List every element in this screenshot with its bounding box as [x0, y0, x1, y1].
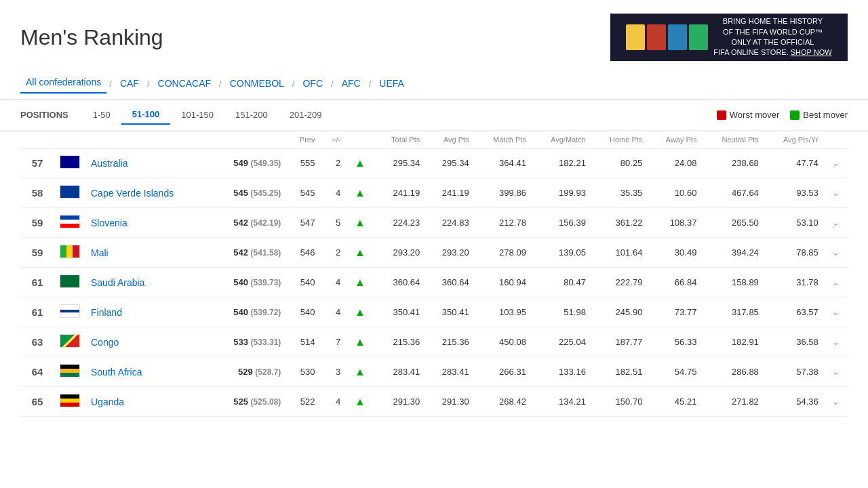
country-link[interactable]: Congo: [91, 337, 119, 348]
col2: 295.34: [425, 148, 474, 178]
col7: 271.82: [702, 387, 764, 417]
country-link[interactable]: Cape Verde Islands: [91, 188, 174, 199]
country-link[interactable]: Saudi Arabia: [91, 277, 144, 288]
prev-rank-cell: 522: [286, 387, 320, 417]
expand-button[interactable]: ⌄: [824, 178, 848, 208]
nav-concacaf[interactable]: CONCACAF: [153, 75, 217, 92]
col4: 199.93: [532, 178, 591, 208]
expand-button[interactable]: ⌄: [824, 357, 848, 387]
col3: 268.42: [475, 387, 532, 417]
col5: 245.90: [591, 298, 648, 327]
prev-rank-cell: 555: [286, 148, 320, 178]
flag-cell: [54, 327, 85, 357]
col5: 182.51: [591, 357, 648, 387]
flag-cell: [54, 208, 85, 238]
col8: 54.36: [764, 387, 824, 417]
flag-cell: [54, 387, 85, 417]
tab-151-200[interactable]: 151-200: [224, 105, 279, 125]
country-link[interactable]: South Africa: [91, 367, 142, 378]
col1: 215.36: [374, 327, 426, 357]
country-cell: Congo: [85, 327, 207, 357]
nav-afc[interactable]: AFC: [336, 75, 366, 92]
points-cell: 540 (539.72): [207, 298, 286, 327]
col6: 73.77: [648, 298, 702, 327]
fin-flag: [60, 304, 80, 318]
expand-button[interactable]: ⌄: [824, 208, 848, 238]
col3: 278.09: [475, 238, 532, 268]
country-link[interactable]: Mali: [91, 247, 108, 258]
col4: 134.21: [532, 387, 591, 417]
ad-icons: [626, 24, 708, 50]
country-link[interactable]: Australia: [91, 158, 127, 169]
tab-1-50[interactable]: 1-50: [82, 105, 121, 125]
col1: 224.23: [374, 208, 426, 238]
col1: 241.19: [374, 178, 426, 208]
country-cell: Australia: [85, 148, 207, 178]
col5: 101.64: [591, 238, 648, 268]
ad-banner[interactable]: BRING HOME THE HISTORYOF THE FIFA WORLD …: [610, 14, 848, 61]
movement-cell: 3: [320, 357, 346, 387]
col6: 30.49: [648, 238, 702, 268]
prev-rank-cell: 530: [286, 357, 320, 387]
separator: /: [328, 79, 336, 89]
col5: 150.70: [591, 387, 648, 417]
expand-button[interactable]: ⌄: [824, 387, 848, 417]
col8: 53.10: [764, 208, 824, 238]
arrow-cell: ▲: [346, 387, 374, 417]
tab-101-150[interactable]: 101-150: [170, 105, 224, 125]
country-link[interactable]: Slovenia: [91, 218, 127, 228]
nav-all-confederations[interactable]: All confederations: [20, 73, 106, 94]
expand-button[interactable]: ⌄: [824, 327, 848, 357]
mli-flag: [60, 245, 80, 258]
tab-51-100[interactable]: 51-100: [121, 105, 170, 125]
flag-cell: [54, 238, 85, 268]
col4: 225.04: [532, 327, 591, 357]
col4: 80.47: [532, 268, 591, 298]
cog-flag: [60, 334, 80, 348]
table-row: 63 Congo 533 (533.31) 514 7 ▲ 215.36 215…: [20, 327, 848, 357]
aus-flag: [60, 155, 80, 169]
col5: 35.35: [591, 178, 648, 208]
separator: /: [366, 79, 374, 89]
country-link[interactable]: Uganda: [91, 396, 124, 407]
rank-cell: 59: [20, 238, 54, 268]
worst-mover-label: Worst mover: [730, 110, 779, 120]
movement-cell: 5: [320, 208, 346, 238]
col8: 36.58: [764, 327, 824, 357]
expand-button[interactable]: ⌄: [824, 148, 848, 178]
points-cell: 540 (539.73): [207, 268, 286, 298]
col8: 57.38: [764, 357, 824, 387]
country-cell: Finland: [85, 298, 207, 327]
nav-ofc[interactable]: OFC: [297, 75, 328, 92]
col1: 283.41: [374, 357, 426, 387]
country-cell: Slovenia: [85, 208, 207, 238]
table-row: 57 Australia 549 (549.35) 555 2 ▲ 295.34…: [20, 148, 848, 178]
col4: 182.21: [532, 148, 591, 178]
col6: 66.84: [648, 268, 702, 298]
movement-cell: 4: [320, 268, 346, 298]
rank-cell: 65: [20, 387, 54, 417]
country-link[interactable]: Finland: [91, 307, 122, 318]
col2: 291.30: [425, 387, 474, 417]
points-cell: 542 (541.58): [207, 238, 286, 268]
rank-cell: 61: [20, 298, 54, 327]
col3: 160.94: [475, 268, 532, 298]
tab-201-209[interactable]: 201-209: [279, 105, 333, 125]
separator: /: [106, 79, 115, 89]
col7: 238.68: [702, 148, 764, 178]
expand-button[interactable]: ⌄: [824, 238, 848, 268]
best-mover-icon: [790, 110, 800, 120]
col7: 158.89: [702, 268, 764, 298]
movement-cell: 7: [320, 327, 346, 357]
ranking-table-container: Prev +/- Total Pts Avg Pts Match Pts Avg…: [0, 131, 868, 417]
expand-button[interactable]: ⌄: [824, 298, 848, 327]
expand-button[interactable]: ⌄: [824, 268, 848, 298]
nav-conmebol[interactable]: CONMEBOL: [224, 75, 290, 92]
col5: 361.22: [591, 208, 648, 238]
nav-uefa[interactable]: UEFA: [374, 75, 410, 92]
points-cell: 545 (545.25): [207, 178, 286, 208]
col8: 63.57: [764, 298, 824, 327]
points-cell: 525 (525.08): [207, 387, 286, 417]
nav-caf[interactable]: CAF: [115, 75, 144, 92]
arrow-cell: ▲: [346, 238, 374, 268]
